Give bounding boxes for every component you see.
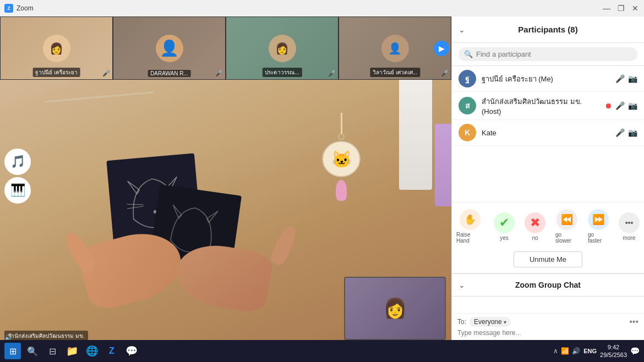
- chat-type-row: [457, 329, 638, 337]
- keychain-fish: [336, 180, 347, 201]
- thumbnail-3[interactable]: 👩 ประดาวรรณ... 🎤: [226, 17, 339, 80]
- taskbar: ⊞ 🔍 ⊟ 📁 🌐 Z 💬 ∧ 📶 🔊 ENG 9:42 29/5/256: [0, 340, 644, 362]
- participant-name-1: ฐาปนีย์ เครือระยา (Me): [482, 73, 610, 85]
- taskbar-view-icon: ⊟: [49, 346, 56, 356]
- participant-item[interactable]: K Kate 🎤 📷: [452, 120, 644, 146]
- title-bar-left: Z Zoom: [4, 4, 34, 13]
- pip-video[interactable]: 👩: [344, 277, 446, 340]
- taskbar-network-icon[interactable]: 📶: [561, 347, 569, 355]
- chat-messages: [452, 297, 644, 313]
- search-icon: 🔍: [464, 50, 473, 58]
- taskbar-notification-icon[interactable]: 💬: [630, 347, 640, 355]
- chat-more-button[interactable]: •••: [629, 317, 638, 327]
- more-reactions-button[interactable]: ••• more: [619, 212, 640, 241]
- main-content: 👩 ฐาปนีย์ เครือระยา 🎤 👤 DARAWAN R... 🎤 👩…: [0, 17, 644, 340]
- participants-chevron-icon[interactable]: ⌄: [459, 25, 465, 34]
- chat-to-selector[interactable]: Everyone ▾: [470, 317, 511, 327]
- participant-avatar-1: ฐ: [459, 70, 476, 87]
- go-slower-button[interactable]: ⏪ go slower: [555, 209, 578, 244]
- thumb2-mute-icon: 🎤: [215, 70, 223, 77]
- taskbar-line[interactable]: 💬: [122, 342, 141, 360]
- participant-icons-3: 🎤 📷: [615, 128, 637, 137]
- thumb1-mute-icon: 🎤: [102, 70, 110, 77]
- title-bar-controls: — ❐ ✕: [602, 4, 640, 13]
- yes-label: yes: [500, 235, 509, 241]
- raise-hand-button[interactable]: ✋ Raise Hand: [456, 209, 484, 244]
- maximize-button[interactable]: ❐: [616, 4, 625, 13]
- thumbnail-1[interactable]: 👩 ฐาปนีย์ เครือระยา 🎤: [0, 17, 113, 80]
- logo1: 🎵: [4, 149, 31, 175]
- more-reactions-label: more: [623, 235, 636, 241]
- participant-list: ฐ ฐาปนีย์ เครือระยา (Me) 🎤 📷 ส สำนักส่งเ…: [452, 66, 644, 202]
- next-thumbnail-button[interactable]: ▶: [434, 41, 449, 56]
- taskbar-chevron-icon[interactable]: ∧: [553, 347, 558, 355]
- thumb1-name: ฐาปนีย์ เครือระยา: [32, 68, 80, 77]
- participant-item[interactable]: ส สำนักส่งเสริมศิลปวัฒนธรรม มข. (Host) ⏺…: [452, 92, 644, 120]
- participant-avatar-3: K: [459, 124, 476, 141]
- taskbar-file-explorer[interactable]: 📁: [63, 342, 81, 360]
- go-slower-label: go slower: [555, 232, 578, 244]
- title-bar: Z Zoom — ❐ ✕: [0, 0, 644, 17]
- taskbar-search-icon: 🔍: [27, 346, 38, 356]
- go-faster-button[interactable]: ⏩ go faster: [588, 209, 609, 244]
- chat-to-row: To: Everyone ▾ •••: [457, 317, 638, 327]
- participant-avatar-2: ส: [459, 97, 476, 114]
- taskbar-volume-icon[interactable]: 🔊: [572, 347, 580, 355]
- start-button[interactable]: ⊞: [4, 343, 21, 359]
- app-title: Zoom: [17, 4, 34, 12]
- taskbar-chrome[interactable]: 🌐: [83, 342, 101, 360]
- windows-icon: ⊞: [9, 346, 17, 356]
- chat-title: Zoom Group Chat: [515, 281, 581, 289]
- keychain: 🐱: [319, 113, 363, 201]
- participant-mute-icon-1: 🎤: [615, 74, 625, 83]
- chat-to-label: To:: [457, 318, 466, 326]
- main-video: 🐱 🎵 🎹 สำนักส่งเสริมศิลปวัฒนธรรม มข. 🔊 👩: [0, 80, 451, 340]
- participant-video-icon-1: 📷: [628, 74, 637, 83]
- taskbar-folder-icon: 📁: [66, 345, 78, 357]
- thumb4-name: วิลาวัณย์ เศวตเศ...: [370, 68, 420, 77]
- participant-item[interactable]: ฐ ฐาปนีย์ เครือระยา (Me) 🎤 📷: [452, 66, 644, 92]
- participant-icons-2: ⏺ 🎤 📷: [604, 101, 637, 110]
- participant-dot-icon-2: ⏺: [604, 101, 612, 110]
- clock-date: 29/5/2563: [600, 351, 627, 359]
- no-button[interactable]: ✖ no: [525, 212, 545, 241]
- no-label: no: [532, 235, 538, 241]
- participants-header: ⌄ Participants (8): [452, 17, 644, 43]
- chat-input-area: To: Everyone ▾ •••: [452, 313, 644, 340]
- go-faster-icon: ⏩: [588, 209, 609, 230]
- thumb1-face: 👩: [43, 35, 70, 62]
- sys-icons: ∧ 📶 🔊: [553, 347, 580, 355]
- zoom-logo-icon: Z: [4, 4, 13, 13]
- thumb4-face: 👤: [381, 35, 409, 62]
- logo2: 🎹: [4, 177, 31, 204]
- purple-decor: [435, 124, 451, 206]
- yes-button[interactable]: ✔ yes: [494, 212, 515, 241]
- unmute-me-button[interactable]: Unmute Me: [514, 251, 582, 267]
- search-input[interactable]: [476, 50, 632, 58]
- taskbar-task-view[interactable]: ⊟: [43, 342, 62, 360]
- logos-area: 🎵 🎹: [4, 149, 31, 204]
- taskbar-line-icon: 💬: [125, 345, 138, 357]
- raise-hand-label: Raise Hand: [456, 232, 484, 244]
- go-faster-label: go faster: [588, 232, 609, 244]
- thumb3-name: ประดาวรรณ...: [262, 68, 302, 77]
- video-area: 👩 ฐาปนีย์ เครือระยา 🎤 👤 DARAWAN R... 🎤 👩…: [0, 17, 451, 340]
- thumb3-face: 👩: [269, 35, 296, 62]
- taskbar-zoom-icon: Z: [109, 346, 114, 356]
- taskbar-search[interactable]: 🔍: [23, 342, 42, 360]
- taskbar-zoom[interactable]: Z: [102, 342, 121, 360]
- taskbar-language[interactable]: ENG: [583, 348, 597, 354]
- right-hand: [172, 239, 275, 315]
- volume-icon: 🔊: [4, 333, 13, 340]
- participant-mic-icon-2: 🎤: [615, 101, 625, 110]
- taskbar-items: 🔍 ⊟ 📁 🌐 Z 💬: [23, 342, 551, 360]
- keychain-string: [341, 113, 342, 134]
- thumbnail-2[interactable]: 👤 DARAWAN R... 🎤: [113, 17, 226, 80]
- taskbar-right: ∧ 📶 🔊 ENG 9:42 29/5/2563 💬: [553, 343, 640, 359]
- minimize-button[interactable]: —: [602, 4, 611, 13]
- chat-chevron-icon[interactable]: ⌄: [459, 281, 465, 289]
- chat-message-input[interactable]: [457, 329, 638, 337]
- unmute-row: Unmute Me: [452, 248, 644, 273]
- close-button[interactable]: ✕: [631, 4, 640, 13]
- chat-to-chevron-icon: ▾: [504, 319, 506, 325]
